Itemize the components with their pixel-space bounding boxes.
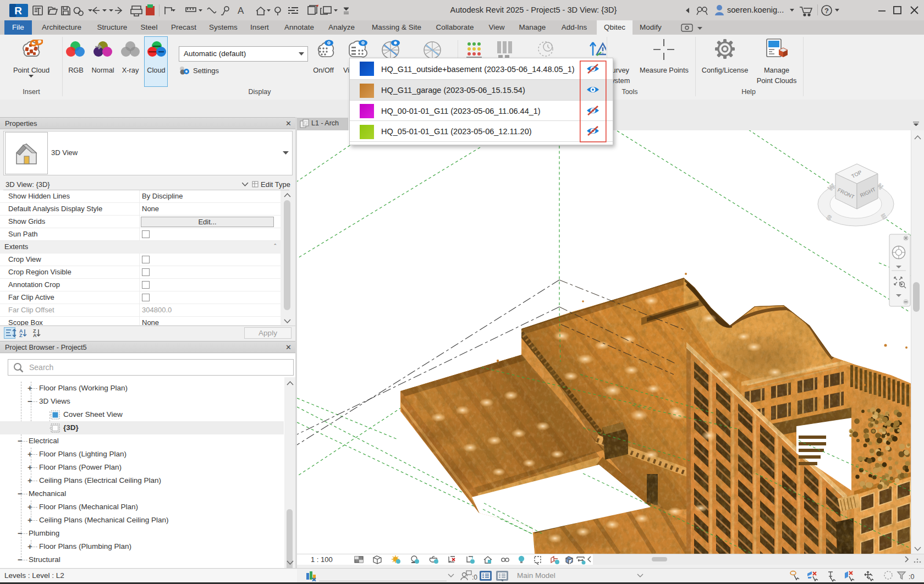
svg-text:A: A [33, 333, 37, 338]
svg-text:soeren.koenig...: soeren.koenig... [727, 5, 784, 14]
svg-text:A: A [238, 5, 244, 16]
svg-text:Z: Z [19, 333, 23, 338]
svg-text:?: ? [824, 7, 829, 15]
svg-text:R: R [14, 5, 22, 16]
svg-text::0: :0 [909, 573, 914, 581]
svg-text::0: :0 [472, 574, 477, 581]
